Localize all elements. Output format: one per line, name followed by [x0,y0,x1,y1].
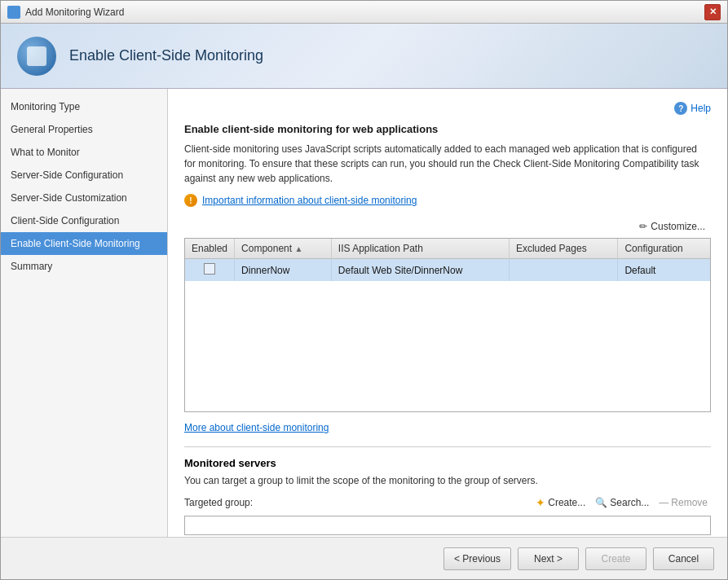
table-toolbar: ✏ Customize... [184,218,711,235]
targeted-buttons: ✦ Create... 🔍 Search... — Remove [532,494,711,511]
row-iis-path-cell: Default Web Site/DinnerNow [331,259,509,282]
help-row: ? Help [184,102,711,115]
remove-label: Remove [671,497,708,508]
web-apps-table: Enabled Component ▲ IIS Application Path… [185,239,710,411]
sidebar-item-summary[interactable]: Summary [1,255,167,278]
header-title: Enable Client-Side Monitoring [69,47,263,64]
cancel-button[interactable]: Cancel [653,547,714,570]
help-icon: ? [674,102,687,115]
main-area: Monitoring Type General Properties What … [1,89,727,537]
sidebar-item-server-side-configuration[interactable]: Server-Side Configuration [1,164,167,187]
row-enabled-cell[interactable] [185,259,235,282]
row-configuration-cell: Default [618,259,710,282]
help-link[interactable]: ? Help [674,102,711,115]
create-button[interactable]: Create [585,547,646,570]
header-icon-inner [27,46,46,66]
empty-table-rows [185,281,710,411]
monitored-servers-title: Monitored servers [184,457,711,469]
main-window: Add Monitoring Wizard ✕ Enable Client-Si… [0,0,728,580]
header-icon [17,37,56,76]
wizard-footer: < Previous Next > Create Cancel [1,537,727,579]
sidebar-item-what-to-monitor[interactable]: What to Monitor [1,141,167,164]
help-label: Help [690,103,711,114]
section-desc: Client-side monitoring uses JavaScript s… [184,142,711,186]
col-component[interactable]: Component ▲ [235,239,332,259]
sidebar-item-client-side-configuration[interactable]: Client-Side Configuration [1,209,167,232]
content-area: ? Help Enable client-side monitoring for… [168,89,727,537]
sidebar-item-server-side-customization[interactable]: Server-Side Customization [1,187,167,209]
customize-label: Customize... [651,221,705,232]
create-star-icon: ✦ [536,496,545,509]
sidebar-item-enable-client-side-monitoring[interactable]: Enable Client-Side Monitoring [1,232,167,255]
title-bar: Add Monitoring Wizard ✕ [1,1,727,24]
monitored-servers-section: Monitored servers You can target a group… [184,446,711,535]
col-configuration: Configuration [618,239,710,259]
sidebar-item-monitoring-type[interactable]: Monitoring Type [1,95,167,118]
next-button[interactable]: Next > [518,547,579,570]
monitored-servers-desc: You can target a group to limit the scop… [184,474,711,488]
create-group-button[interactable]: ✦ Create... [532,494,589,511]
info-icon: ! [184,194,197,207]
search-label: Search... [610,497,649,508]
targeted-label: Targeted group: [184,497,253,508]
sidebar-item-general-properties[interactable]: General Properties [1,118,167,141]
table-row[interactable]: DinnerNow Default Web Site/DinnerNow Def… [185,259,710,282]
previous-button[interactable]: < Previous [443,547,511,570]
search-group-button[interactable]: 🔍 Search... [592,494,652,511]
section-title: Enable client-side monitoring for web ap… [184,123,711,135]
window-icon [7,6,20,19]
web-apps-table-container: Enabled Component ▲ IIS Application Path… [184,238,711,412]
col-iis-path: IIS Application Path [331,239,509,259]
col-enabled: Enabled [185,239,235,259]
sort-arrow-icon: ▲ [294,244,302,253]
close-button[interactable]: ✕ [704,4,721,20]
info-link[interactable]: Important information about client-side … [202,195,417,206]
wizard-header: Enable Client-Side Monitoring [1,24,727,89]
customize-button[interactable]: ✏ Customize... [633,218,711,235]
col-excluded-pages: Excluded Pages [509,239,617,259]
window-title: Add Monitoring Wizard [25,7,124,18]
targeted-group-row: Targeted group: ✦ Create... 🔍 Search... … [184,494,711,511]
remove-group-button: — Remove [655,494,711,511]
more-link[interactable]: More about client-side monitoring [184,422,711,433]
title-bar-left: Add Monitoring Wizard [7,6,124,19]
sidebar: Monitoring Type General Properties What … [1,89,168,537]
remove-dash-icon: — [659,497,668,508]
customize-icon: ✏ [639,221,647,232]
row-component-cell: DinnerNow [235,259,332,282]
row-excluded-pages-cell [509,259,617,282]
search-icon: 🔍 [595,497,607,508]
row-checkbox[interactable] [204,263,215,275]
info-link-row: ! Important information about client-sid… [184,194,711,207]
create-label: Create... [548,497,585,508]
table-header-row: Enabled Component ▲ IIS Application Path… [185,239,710,259]
targeted-group-input[interactable] [184,516,711,535]
